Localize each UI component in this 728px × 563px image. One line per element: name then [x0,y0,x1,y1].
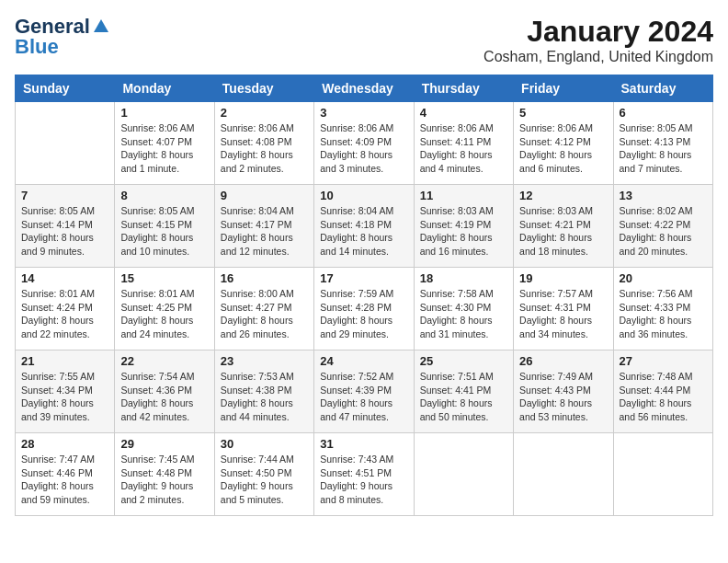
sunset-text: Sunset: 4:13 PM [620,135,707,149]
sunrise-text: Sunrise: 7:44 AM [221,453,308,466]
sunset-text: Sunset: 4:07 PM [120,135,208,149]
day-info: Sunrise: 7:43 AMSunset: 4:51 PMDaylight:… [320,453,407,507]
sunset-text: Sunset: 4:25 PM [120,301,208,315]
sunrise-text: Sunrise: 8:00 AM [221,287,308,301]
sunrise-text: Sunrise: 7:56 AM [620,287,707,301]
calendar-cell [613,433,712,516]
day-number: 8 [120,189,208,202]
sunrise-text: Sunrise: 8:05 AM [120,204,208,218]
weekday-header-wednesday: Wednesday [314,75,414,102]
day-info: Sunrise: 8:02 AMSunset: 4:22 PMDaylight:… [620,204,707,259]
calendar-cell: 24Sunrise: 7:52 AMSunset: 4:39 PMDayligh… [314,350,414,433]
daylight-text: Daylight: 9 hours and 2 minutes. [120,479,208,506]
sunset-text: Sunset: 4:43 PM [519,384,607,397]
day-info: Sunrise: 7:59 AMSunset: 4:28 PMDaylight:… [320,287,407,341]
sunset-text: Sunset: 4:14 PM [21,218,108,232]
daylight-text: Daylight: 8 hours and 9 minutes. [21,231,108,258]
day-info: Sunrise: 8:04 AMSunset: 4:18 PMDaylight:… [320,204,407,259]
sunset-text: Sunset: 4:27 PM [221,301,308,315]
daylight-text: Daylight: 8 hours and 53 minutes. [519,396,607,423]
day-info: Sunrise: 7:47 AMSunset: 4:46 PMDaylight:… [21,453,108,507]
calendar-week-2: 7Sunrise: 8:05 AMSunset: 4:14 PMDaylight… [16,185,713,268]
day-number: 16 [221,271,308,285]
sunrise-text: Sunrise: 7:45 AM [120,453,208,466]
location: Cosham, England, United Kingdom [483,49,713,65]
calendar-week-3: 14Sunrise: 8:01 AMSunset: 4:24 PMDayligh… [16,268,713,350]
sunrise-text: Sunrise: 8:01 AM [120,287,208,301]
calendar-cell: 31Sunrise: 7:43 AMSunset: 4:51 PMDayligh… [314,433,414,516]
sunrise-text: Sunrise: 8:05 AM [21,204,108,218]
sunset-text: Sunset: 4:12 PM [519,135,607,149]
calendar-cell: 28Sunrise: 7:47 AMSunset: 4:46 PMDayligh… [16,433,115,516]
header: General Blue January 2024 Cosham, Englan… [15,15,713,65]
daylight-text: Daylight: 8 hours and 56 minutes. [620,396,707,423]
day-info: Sunrise: 8:05 AMSunset: 4:15 PMDaylight:… [120,204,208,259]
sunrise-text: Sunrise: 8:05 AM [620,121,707,135]
sunset-text: Sunset: 4:38 PM [221,384,308,397]
day-info: Sunrise: 8:01 AMSunset: 4:25 PMDaylight:… [120,287,208,341]
sunrise-text: Sunrise: 8:06 AM [221,121,308,135]
sunset-text: Sunset: 4:17 PM [221,218,308,232]
daylight-text: Daylight: 8 hours and 34 minutes. [519,314,607,340]
sunrise-text: Sunrise: 7:52 AM [320,370,407,384]
day-number: 4 [420,106,507,120]
daylight-text: Daylight: 8 hours and 31 minutes. [420,314,507,340]
daylight-text: Daylight: 8 hours and 50 minutes. [420,396,507,423]
calendar-cell: 16Sunrise: 8:00 AMSunset: 4:27 PMDayligh… [214,268,313,350]
calendar-cell: 2Sunrise: 8:06 AMSunset: 4:08 PMDaylight… [214,102,313,185]
day-number: 10 [320,189,407,202]
day-info: Sunrise: 7:57 AMSunset: 4:31 PMDaylight:… [519,287,607,341]
day-number: 9 [221,189,308,202]
weekday-header-tuesday: Tuesday [214,75,313,102]
sunset-text: Sunset: 4:08 PM [221,135,308,149]
day-number: 26 [519,354,607,368]
calendar-cell [414,433,513,516]
calendar-cell: 13Sunrise: 8:02 AMSunset: 4:22 PMDayligh… [613,185,712,268]
day-info: Sunrise: 7:45 AMSunset: 4:48 PMDaylight:… [120,453,208,507]
sunset-text: Sunset: 4:21 PM [519,218,607,232]
day-info: Sunrise: 8:05 AMSunset: 4:14 PMDaylight:… [21,204,108,259]
sunrise-text: Sunrise: 7:51 AM [420,370,507,384]
day-info: Sunrise: 7:56 AMSunset: 4:33 PMDaylight:… [620,287,707,341]
daylight-text: Daylight: 8 hours and 39 minutes. [21,396,108,423]
day-info: Sunrise: 8:05 AMSunset: 4:13 PMDaylight:… [620,121,707,176]
day-number: 1 [120,106,208,120]
calendar-cell: 17Sunrise: 7:59 AMSunset: 4:28 PMDayligh… [314,268,414,350]
day-info: Sunrise: 7:55 AMSunset: 4:34 PMDaylight:… [21,370,108,424]
sunset-text: Sunset: 4:30 PM [420,301,507,315]
day-number: 17 [320,271,407,285]
day-info: Sunrise: 8:00 AMSunset: 4:27 PMDaylight:… [221,287,308,341]
calendar-cell: 11Sunrise: 8:03 AMSunset: 4:19 PMDayligh… [414,185,513,268]
calendar-cell: 29Sunrise: 7:45 AMSunset: 4:48 PMDayligh… [115,433,214,516]
day-number: 13 [620,189,707,202]
calendar-cell [514,433,613,516]
day-number: 27 [620,354,707,368]
day-info: Sunrise: 8:06 AMSunset: 4:11 PMDaylight:… [420,121,507,176]
sunset-text: Sunset: 4:36 PM [120,384,208,397]
weekday-header-saturday: Saturday [613,75,712,102]
calendar-cell: 25Sunrise: 7:51 AMSunset: 4:41 PMDayligh… [414,350,513,433]
day-number: 11 [420,189,507,202]
daylight-text: Daylight: 8 hours and 26 minutes. [221,314,308,340]
day-number: 25 [420,354,507,368]
sunset-text: Sunset: 4:34 PM [21,384,108,397]
sunset-text: Sunset: 4:11 PM [420,135,507,149]
daylight-text: Daylight: 8 hours and 44 minutes. [221,396,308,423]
daylight-text: Daylight: 8 hours and 1 minute. [120,148,208,175]
daylight-text: Daylight: 8 hours and 6 minutes. [519,148,607,175]
day-info: Sunrise: 8:03 AMSunset: 4:21 PMDaylight:… [519,204,607,259]
sunrise-text: Sunrise: 7:59 AM [320,287,407,301]
day-number: 18 [420,271,507,285]
sunset-text: Sunset: 4:50 PM [221,466,308,480]
sunrise-text: Sunrise: 8:06 AM [320,121,407,135]
daylight-text: Daylight: 9 hours and 8 minutes. [320,479,407,506]
sunset-text: Sunset: 4:46 PM [21,466,108,480]
logo-blue: Blue [15,35,59,59]
day-number: 15 [120,271,208,285]
calendar-cell: 26Sunrise: 7:49 AMSunset: 4:43 PMDayligh… [514,350,613,433]
calendar-week-4: 21Sunrise: 7:55 AMSunset: 4:34 PMDayligh… [16,350,713,433]
daylight-text: Daylight: 8 hours and 10 minutes. [120,231,208,258]
sunrise-text: Sunrise: 8:04 AM [320,204,407,218]
sunrise-text: Sunrise: 8:06 AM [420,121,507,135]
daylight-text: Daylight: 8 hours and 16 minutes. [420,231,507,258]
